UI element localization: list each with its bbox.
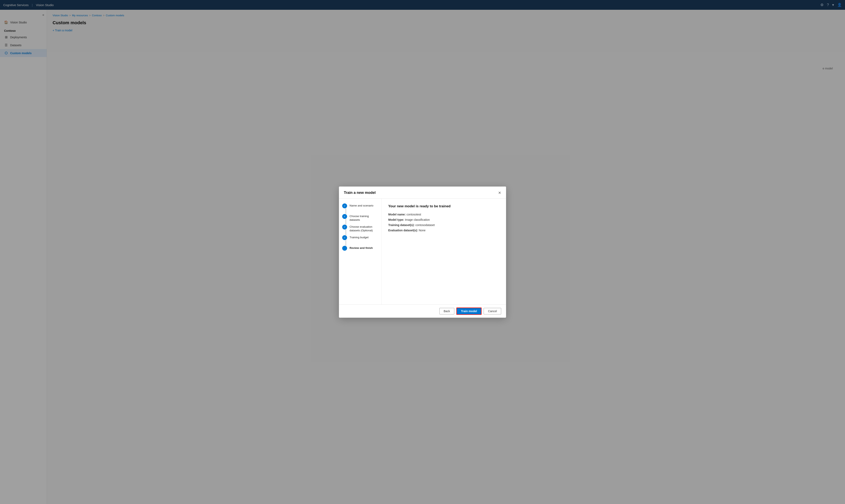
info-model-type: Model type: Image classification bbox=[388, 218, 500, 221]
info-label-training-datasets: Training dataset(s): bbox=[388, 223, 415, 227]
step-2-label: Choose training datasets bbox=[349, 214, 378, 222]
modal-overlay: Train a new model ✕ ✓ Name and scenario bbox=[0, 0, 845, 504]
content-heading: Your new model is ready to be trained bbox=[388, 204, 500, 208]
info-model-name: Model name: contosotest bbox=[388, 213, 500, 216]
dialog-title: Train a new model bbox=[344, 191, 376, 195]
step-2-circle: ✓ bbox=[342, 214, 347, 219]
dialog-header: Train a new model ✕ bbox=[339, 186, 506, 199]
step-4-circle: ✓ bbox=[342, 235, 347, 240]
dialog-body: ✓ Name and scenario ✓ Choose training da… bbox=[339, 199, 506, 304]
step-5-label: Review and finish bbox=[349, 246, 373, 250]
info-training-datasets: Training dataset(s): contosodataset bbox=[388, 223, 500, 227]
info-value-eval-datasets: None bbox=[419, 229, 425, 232]
info-label-eval-datasets: Evaluation dataset(s): bbox=[388, 229, 418, 232]
info-label-model-name: Model name: bbox=[388, 213, 406, 216]
step-name-scenario: ✓ Name and scenario bbox=[342, 203, 378, 214]
info-value-model-type: Image classification bbox=[405, 218, 430, 221]
dialog-steps-panel: ✓ Name and scenario ✓ Choose training da… bbox=[339, 199, 382, 304]
step-1-label: Name and scenario bbox=[349, 203, 373, 208]
info-value-model-name: contosotest bbox=[407, 213, 421, 216]
info-eval-datasets: Evaluation dataset(s): None bbox=[388, 229, 500, 232]
dialog-content-panel: Your new model is ready to be trained Mo… bbox=[382, 199, 506, 304]
dialog-footer: Back Train model Cancel bbox=[339, 304, 506, 318]
step-5-circle bbox=[342, 246, 347, 251]
cancel-button[interactable]: Cancel bbox=[484, 308, 501, 314]
step-training-datasets: ✓ Choose training datasets bbox=[342, 214, 378, 224]
train-model-submit-button[interactable]: Train model bbox=[456, 307, 482, 315]
info-label-model-type: Model type: bbox=[388, 218, 404, 221]
train-model-dialog: Train a new model ✕ ✓ Name and scenario bbox=[339, 186, 506, 318]
step-3-label: Choose evaluation datasets (Optional) bbox=[349, 224, 378, 233]
info-value-training-datasets: contosodataset bbox=[415, 223, 435, 227]
step-1-circle: ✓ bbox=[342, 203, 347, 208]
step-training-budget: ✓ Training budget bbox=[342, 235, 378, 246]
step-eval-datasets: ✓ Choose evaluation datasets (Optional) bbox=[342, 224, 378, 235]
back-button[interactable]: Back bbox=[439, 308, 454, 314]
dialog-close-button[interactable]: ✕ bbox=[498, 191, 501, 195]
step-3-circle: ✓ bbox=[342, 224, 347, 230]
step-review-finish: Review and finish bbox=[342, 246, 378, 251]
step-4-label: Training budget bbox=[349, 235, 368, 239]
